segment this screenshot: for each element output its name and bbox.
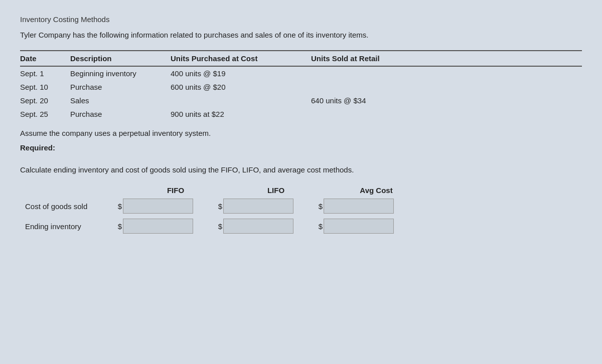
avg-cogs-group: $ — [306, 199, 406, 214]
assume-text: Assume the company uses a perpetual inve… — [20, 129, 582, 137]
row-units-purchased: 900 units at $22 — [171, 107, 311, 121]
lifo-header: LIFO — [226, 186, 326, 195]
row-date: Sept. 1 — [20, 66, 70, 80]
avg-inv-dollar: $ — [319, 222, 323, 231]
table-row: Sept. 25 Purchase 900 units at $22 — [20, 107, 582, 121]
calc-headers: FIFO LIFO Avg Cost — [125, 186, 582, 195]
col-header-units-purchased: Units Purchased at Cost — [171, 51, 311, 66]
fifo-inv-input[interactable] — [123, 219, 193, 234]
lifo-cogs-dollar: $ — [218, 202, 222, 211]
page-title: Inventory Costing Methods — [20, 15, 582, 24]
lifo-cogs-group: $ — [206, 199, 306, 214]
row-description: Sales — [70, 94, 171, 107]
col-header-date: Date — [20, 51, 70, 66]
row-units-purchased: 400 units @ $19 — [171, 66, 311, 80]
col-header-description: Description — [70, 51, 171, 66]
lifo-cogs-input[interactable] — [223, 199, 293, 214]
ending-inventory-row: Ending inventory $ $ $ — [25, 219, 582, 234]
row-units-sold — [311, 80, 582, 94]
row-units-purchased: 600 units @ $20 — [171, 80, 311, 94]
lifo-inv-group: $ — [206, 219, 306, 234]
col-header-units-sold: Units Sold at Retail — [311, 51, 582, 66]
fifo-cogs-group: $ — [105, 199, 206, 214]
row-date: Sept. 20 — [20, 94, 70, 107]
avg-cogs-input[interactable] — [324, 199, 394, 214]
inventory-table: Date Description Units Purchased at Cost… — [20, 50, 582, 121]
row-description: Beginning inventory — [70, 66, 171, 80]
avg-inv-group: $ — [306, 219, 406, 234]
cost-of-goods-row: Cost of goods sold $ $ $ — [25, 199, 582, 214]
cost-of-goods-label: Cost of goods sold — [25, 202, 105, 211]
fifo-cogs-input[interactable] — [123, 199, 193, 214]
row-description: Purchase — [70, 107, 171, 121]
row-units-sold — [311, 107, 582, 121]
fifo-inv-dollar: $ — [118, 222, 122, 231]
row-date: Sept. 25 — [20, 107, 70, 121]
calc-section: FIFO LIFO Avg Cost Cost of goods sold $ … — [20, 186, 582, 234]
avg-inv-input[interactable] — [324, 219, 394, 234]
lifo-inv-dollar: $ — [218, 222, 222, 231]
row-units-sold — [311, 66, 582, 80]
fifo-inv-group: $ — [105, 219, 206, 234]
intro-text: Tyler Company has the following informat… — [20, 31, 582, 39]
table-row: Sept. 20 Sales 640 units @ $34 — [20, 94, 582, 107]
table-row: Sept. 10 Purchase 600 units @ $20 — [20, 80, 582, 94]
row-units-purchased — [171, 94, 311, 107]
lifo-inv-input[interactable] — [223, 219, 293, 234]
row-units-sold: 640 units @ $34 — [311, 94, 582, 107]
required-label: Required: — [20, 143, 582, 152]
fifo-header: FIFO — [125, 186, 226, 195]
fifo-cogs-dollar: $ — [118, 202, 122, 211]
calculate-text: Calculate ending inventory and cost of g… — [20, 165, 582, 174]
row-date: Sept. 10 — [20, 80, 70, 94]
ending-inventory-label: Ending inventory — [25, 222, 105, 231]
avg-cogs-dollar: $ — [319, 202, 323, 211]
avg-cost-header: Avg Cost — [326, 186, 426, 195]
table-row: Sept. 1 Beginning inventory 400 units @ … — [20, 66, 582, 80]
row-description: Purchase — [70, 80, 171, 94]
